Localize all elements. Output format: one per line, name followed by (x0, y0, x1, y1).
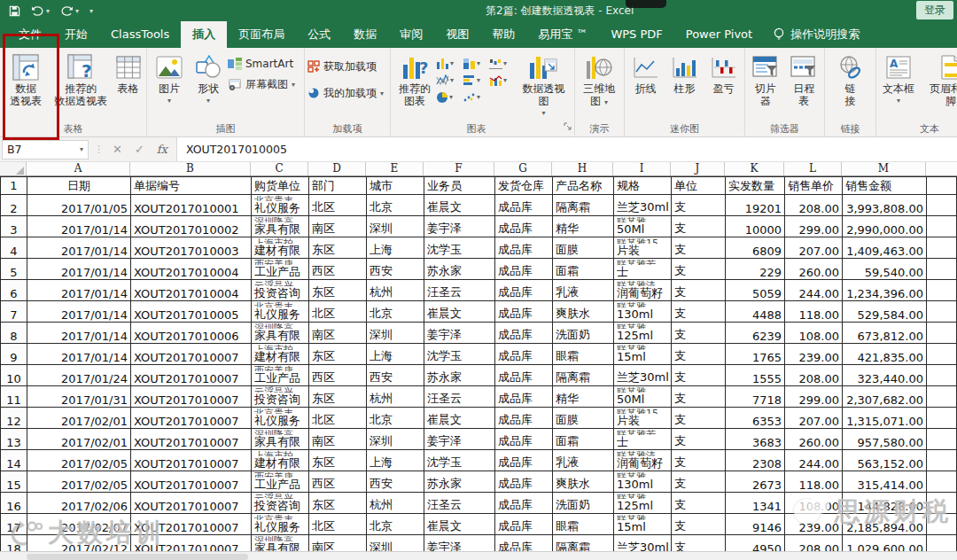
cell-L13[interactable]: 260.00 (785, 429, 843, 450)
col-header-K[interactable]: K (725, 162, 784, 175)
cell-E8[interactable]: 深圳 (367, 323, 424, 344)
cell-E16[interactable]: 杭州 (367, 493, 424, 514)
cell-A2[interactable]: 2017/01/05 (27, 195, 131, 216)
empty-cell[interactable] (927, 216, 957, 237)
cell-H11[interactable]: 精华 (553, 386, 614, 408)
empty-cell[interactable] (927, 323, 957, 344)
cell-L4[interactable]: 207.00 (785, 237, 843, 259)
cell-I3[interactable]: 联某雅50Ml (614, 216, 672, 237)
row-header-11[interactable]: 11 (1, 386, 27, 408)
cell-L8[interactable]: 108.00 (785, 323, 843, 344)
cell-I5[interactable]: 联某雅芳士 (614, 259, 672, 280)
cell-B17[interactable]: XOUT2017010007 (131, 514, 252, 535)
cell-H7[interactable]: 爽肤水 (553, 301, 614, 323)
cell-G17[interactable]: 成品库 (495, 514, 553, 535)
cell-B5[interactable]: XOUT2017010004 (131, 259, 252, 280)
cell-K8[interactable]: 6239 (726, 323, 785, 344)
row-header-8[interactable]: 8 (1, 323, 27, 344)
cell-K13[interactable]: 3683 (726, 429, 785, 450)
tab-classtools[interactable]: ClassTools (99, 21, 181, 48)
tab-yyb[interactable]: 易用宝 ™ (526, 21, 599, 48)
name-box[interactable]: B7 ▾ (2, 140, 89, 159)
cell-H9[interactable]: 眼霜 (553, 344, 614, 365)
cell-H4[interactable]: 面膜 (553, 237, 614, 259)
tab-page-layout[interactable]: 页面布局 (227, 21, 296, 48)
row-header-7[interactable]: 7 (1, 301, 27, 323)
cell-B10[interactable]: XOUT2017010007 (131, 365, 252, 386)
scatter-chart-button[interactable]: ▾ (463, 89, 489, 105)
cell-C5[interactable]: 西安美康工业产品 (252, 259, 309, 280)
tab-file[interactable]: 文件 (7, 21, 53, 48)
cell-L12[interactable]: 207.00 (785, 408, 843, 429)
cell-L15[interactable]: 118.00 (785, 471, 843, 493)
col-header-E[interactable]: E (366, 162, 424, 175)
cell-K4[interactable]: 6809 (726, 237, 785, 259)
cell-C4[interactable]: 上海市拍建材有限 (252, 237, 309, 259)
cell-I11[interactable]: 联某雅50Ml (614, 386, 672, 408)
cell-G13[interactable]: 成品库 (495, 429, 553, 450)
cell-G10[interactable]: 成品库 (495, 365, 553, 386)
cell-F15[interactable]: 苏永家 (424, 471, 495, 493)
cell-L11[interactable]: 299.00 (785, 386, 843, 408)
cell-D9[interactable]: 东区 (309, 344, 367, 365)
sparkline-line-button[interactable]: 折线 (629, 51, 663, 97)
select-all-corner[interactable] (0, 162, 27, 175)
cell-C12[interactable]: 北京贵丰礼仪服务 (252, 408, 309, 429)
cell-F6[interactable]: 汪圣云 (424, 280, 495, 301)
cell-G16[interactable]: 成品库 (495, 493, 553, 514)
cell-M9[interactable]: 421,835.00 (843, 344, 927, 365)
formula-input[interactable]: XOUT2017010005 (176, 137, 957, 161)
header-cell-D[interactable]: 部门 (309, 177, 367, 195)
line-chart-button[interactable]: ▾ (436, 73, 463, 88)
header-cell-J[interactable]: 单位 (672, 177, 726, 195)
cell-D14[interactable]: 东区 (309, 450, 367, 471)
cell-M6[interactable]: 1,234,396.00 (843, 280, 927, 301)
header-cell-B[interactable]: 单据编号 (131, 177, 252, 195)
cell-F8[interactable]: 姜宇泽 (424, 323, 495, 344)
cancel-entry-icon[interactable]: ✕ (113, 143, 122, 156)
col-header-B[interactable]: B (130, 162, 251, 175)
cell-L3[interactable]: 299.00 (785, 216, 843, 237)
col-header-L[interactable]: L (784, 162, 842, 175)
cell-D11[interactable]: 东区 (309, 386, 367, 408)
cell-M15[interactable]: 315,414.00 (843, 471, 927, 493)
cell-F4[interactable]: 沈学玉 (424, 237, 495, 259)
tab-power-pivot[interactable]: Power Pivot (674, 21, 764, 48)
sparkline-winloss-button[interactable]: 盈亏 (707, 51, 741, 97)
cell-A17[interactable]: 2017/02/07 (27, 514, 131, 535)
cell-A10[interactable]: 2017/01/24 (27, 365, 131, 386)
cell-M5[interactable]: 59,540.00 (843, 259, 927, 280)
cell-M10[interactable]: 323,440.00 (843, 365, 927, 386)
cell-G14[interactable]: 成品库 (495, 450, 553, 471)
link-button[interactable]: 链 接 (833, 51, 868, 109)
cell-I13[interactable]: 联某雅芳士 (614, 429, 672, 450)
cell-I10[interactable]: 兰芝30ml (614, 365, 672, 386)
col-header-F[interactable]: F (424, 162, 494, 175)
cell-K16[interactable]: 1341 (726, 493, 785, 514)
cell-D4[interactable]: 东区 (309, 237, 367, 259)
empty-cell[interactable] (927, 450, 957, 471)
cell-M17[interactable]: 2,185,894.00 (843, 514, 927, 535)
bar-chart-button[interactable]: ▾ (463, 73, 489, 88)
cell-D5[interactable]: 西区 (309, 259, 367, 280)
cell-I7[interactable]: 联某雅130ml (614, 301, 672, 323)
cell-F16[interactable]: 汪圣云 (424, 493, 495, 514)
cell-C8[interactable]: 深圳隆高家具有限 (252, 323, 309, 344)
cell-K17[interactable]: 9146 (726, 514, 785, 535)
cell-B6[interactable]: XOUT2017010004 (131, 280, 252, 301)
horizontal-scrollbar[interactable] (0, 551, 957, 560)
cell-E4[interactable]: 上海 (367, 237, 424, 259)
cell-M12[interactable]: 1,315,071.00 (843, 408, 927, 429)
cell-B13[interactable]: XOUT2017010007 (131, 429, 252, 450)
cell-F17[interactable]: 崔晨文 (424, 514, 495, 535)
cell-M7[interactable]: 529,584.00 (843, 301, 927, 323)
col-header-M[interactable]: M (842, 162, 926, 175)
cell-I15[interactable]: 联某雅130ml (614, 471, 672, 493)
empty-cell[interactable] (927, 365, 957, 386)
cell-I6[interactable]: 联某雅清润葡萄籽 (614, 280, 672, 301)
tab-data[interactable]: 数据 (342, 21, 388, 48)
empty-cell[interactable] (927, 429, 957, 450)
cell-L14[interactable]: 244.00 (785, 450, 843, 471)
pivottable-button[interactable]: 数据 透视表 (3, 51, 49, 109)
cell-H16[interactable]: 洗面奶 (553, 493, 614, 514)
